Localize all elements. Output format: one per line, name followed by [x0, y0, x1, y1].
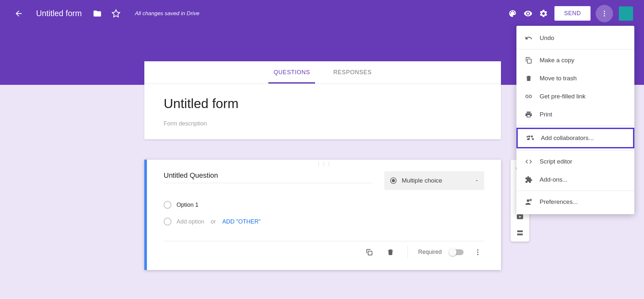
menu-item-script-editor[interactable]: Script editor	[516, 153, 634, 171]
settings-gear-icon[interactable]	[536, 6, 551, 21]
folder-icon[interactable]	[90, 6, 105, 21]
vertical-divider	[408, 246, 408, 259]
form-title-header[interactable]: Untitled form	[36, 9, 82, 18]
user-avatar[interactable]	[619, 6, 633, 21]
question-card: ⋮⋮⋮ Untitled Question Multiple choice Op…	[144, 160, 501, 270]
star-icon[interactable]	[108, 6, 124, 21]
form-description-input[interactable]: Form description	[164, 120, 482, 127]
menu-item-move-trash[interactable]: Move to trash	[516, 69, 634, 87]
addons-icon	[525, 176, 533, 184]
more-menu-button[interactable]	[596, 5, 613, 22]
question-title-input[interactable]: Untitled Question	[164, 171, 371, 183]
menu-item-print[interactable]: Print	[516, 105, 634, 124]
preferences-icon	[525, 198, 533, 206]
menu-item-addons[interactable]: Add-ons...	[516, 171, 634, 189]
svg-point-6	[477, 249, 478, 251]
menu-label: Print	[540, 111, 552, 118]
add-other-button[interactable]: ADD "OTHER"	[222, 218, 261, 225]
form-card: QUESTIONS RESPONSES Untitled form Form d…	[144, 61, 501, 139]
chevron-down-icon	[475, 178, 479, 183]
link-icon	[525, 93, 533, 100]
svg-point-4	[392, 179, 395, 182]
menu-label: Undo	[540, 35, 554, 42]
menu-item-add-collaborators[interactable]: Add collaborators...	[516, 128, 634, 148]
question-more-icon[interactable]	[471, 246, 484, 259]
required-label: Required	[418, 249, 442, 255]
svg-point-7	[477, 252, 478, 253]
or-text: or	[211, 218, 216, 225]
preview-eye-icon[interactable]	[520, 6, 536, 21]
svg-point-0	[604, 11, 605, 12]
more-menu: Undo Make a copy Move to trash Get pre-f…	[516, 26, 634, 214]
menu-label: Move to trash	[540, 75, 577, 82]
menu-label: Get pre-filled link	[540, 93, 586, 100]
svg-point-8	[477, 254, 478, 255]
drag-handle-icon[interactable]: ⋮⋮⋮	[147, 160, 501, 169]
menu-item-make-copy[interactable]: Make a copy	[516, 51, 634, 69]
add-option-text[interactable]: Add option	[177, 218, 204, 225]
menu-label: Script editor	[540, 158, 572, 165]
svg-point-1	[604, 13, 605, 14]
menu-item-undo[interactable]: Undo	[516, 29, 634, 47]
option-row: Option 1	[164, 196, 484, 213]
form-tabs: QUESTIONS RESPONSES	[144, 61, 501, 84]
delete-icon[interactable]	[384, 245, 397, 259]
app-header: Untitled form All changes saved in Drive…	[0, 0, 644, 27]
menu-label: Preferences...	[540, 198, 578, 205]
radio-icon	[164, 201, 171, 209]
add-collaborators-icon	[526, 134, 534, 142]
print-icon	[525, 111, 533, 118]
save-status-text: All changes saved in Drive	[135, 10, 199, 17]
copy-icon	[525, 56, 533, 64]
menu-label: Add-ons...	[540, 176, 568, 183]
code-icon	[525, 158, 533, 165]
option-text[interactable]: Option 1	[177, 202, 198, 208]
menu-label: Make a copy	[540, 57, 574, 64]
svg-point-2	[604, 15, 605, 16]
tab-responses[interactable]: RESPONSES	[331, 61, 373, 84]
required-toggle[interactable]	[449, 249, 464, 255]
svg-point-15	[530, 199, 531, 201]
tab-questions[interactable]: QUESTIONS	[272, 61, 312, 84]
form-title-input[interactable]: Untitled form	[164, 96, 482, 111]
menu-item-prefilled-link[interactable]: Get pre-filled link	[516, 87, 634, 105]
duplicate-icon[interactable]	[362, 245, 376, 259]
svg-rect-12	[517, 234, 523, 235]
add-section-icon[interactable]	[516, 229, 524, 237]
menu-label: Add collaborators...	[541, 135, 594, 142]
question-type-label: Multiple choice	[402, 177, 470, 184]
svg-point-14	[527, 199, 529, 202]
svg-rect-13	[527, 59, 531, 63]
radio-icon	[164, 218, 171, 225]
trash-icon	[525, 75, 533, 82]
menu-item-preferences[interactable]: Preferences...	[516, 193, 634, 211]
radio-button-icon	[389, 177, 397, 184]
back-arrow-icon[interactable]	[11, 6, 26, 21]
question-type-dropdown[interactable]: Multiple choice	[384, 171, 484, 190]
add-option-row: Add option or ADD "OTHER"	[164, 213, 484, 230]
svg-rect-11	[517, 230, 523, 232]
undo-icon	[525, 34, 533, 42]
palette-icon[interactable]	[505, 6, 520, 21]
svg-rect-5	[368, 251, 372, 255]
send-button[interactable]: SEND	[554, 6, 591, 21]
